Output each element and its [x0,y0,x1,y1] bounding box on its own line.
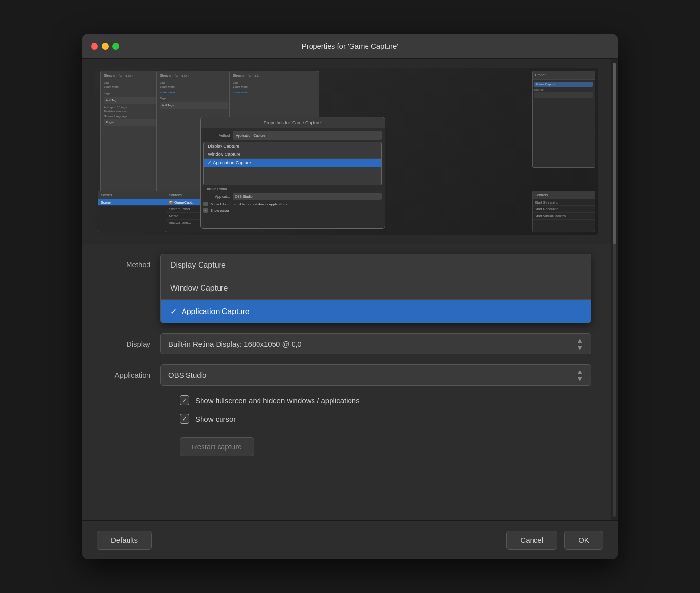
title-bar: Properties for 'Game Capture' [82,34,618,59]
preview-content: Stream Information you.Learn More Tags A… [95,68,598,235]
dialog-window: Properties for 'Game Capture' Stream Inf… [82,34,618,559]
restart-capture-button[interactable]: Restart capture [180,437,254,456]
scrollbar-track [613,63,616,517]
title-bar-buttons [91,43,119,50]
application-label: Application [102,371,160,379]
checkbox-cursor-check-icon: ✓ [182,416,187,422]
method-row-container: Method Display Capture Window Capture ✓ … [82,244,611,323]
show-cursor-row: ✓ Show cursor [102,414,591,424]
window-title: Properties for 'Game Capture' [302,42,398,50]
checkmark-icon: ✓ [170,307,177,316]
dropdown-item-window-capture[interactable]: Window Capture [161,277,591,300]
bottom-bar: Defaults Cancel OK [82,520,618,559]
mock-controls-panel: Controls Start Streaming Start Recording… [532,191,595,232]
main-content: Stream Information you.Learn More Tags A… [82,59,611,520]
mock-dropdown-overlay: Display Capture Window Capture ✓ Applica… [203,142,382,185]
display-value: Built-in Retina Display: 1680x1050 @ 0,0 [168,340,302,348]
mock-window-right: Proper... Game Capture Source... [532,71,595,168]
mock-control-1: Start Streaming [533,199,595,206]
mock-dd-item-1: Display Capture [204,142,381,150]
content-area: Stream Information you.Learn More Tags A… [82,59,618,520]
preview-area: Stream Information you.Learn More Tags A… [82,59,611,244]
maximize-button[interactable] [112,43,119,50]
show-cursor-checkbox[interactable]: ✓ [180,414,189,424]
preview-bg: Stream Information you.Learn More Tags A… [82,59,611,244]
method-label: Method [102,254,160,269]
minimize-button[interactable] [102,43,109,50]
application-row: Application OBS Studio ▲ ▼ [102,364,591,386]
application-arrows: ▲ ▼ [576,368,583,382]
action-buttons: Cancel OK [506,531,603,550]
mock-control-3: Start Virtual Camera [533,213,595,220]
close-button[interactable] [91,43,98,50]
checkbox-check-icon: ✓ [182,397,187,404]
mock-dialog: Properties for 'Game Capture' Method App… [200,117,385,229]
show-fullscreen-row: ✓ Show fullscreen and hidden windows / a… [102,395,591,405]
mock-dd-item-2: Window Capture [204,150,381,159]
cancel-button[interactable]: Cancel [506,531,557,550]
ok-button[interactable]: OK [564,531,603,550]
method-dropdown-menu[interactable]: Display Capture Window Capture ✓ Applica… [160,254,591,323]
application-select[interactable]: OBS Studio ▲ ▼ [160,364,591,386]
display-select[interactable]: Built-in Retina Display: 1680x1050 @ 0,0… [160,333,591,354]
application-value: OBS Studio [168,371,206,379]
defaults-button[interactable]: Defaults [97,531,152,550]
dropdown-item-display-capture[interactable]: Display Capture [161,254,591,277]
mock-control-2: Start Recording [533,206,595,213]
dropdown-item-application-capture[interactable]: ✓ Application Capture [161,300,591,323]
mock-controls-header: Controls [533,191,595,199]
display-arrows: ▲ ▼ [576,337,583,351]
form-section: Display Built-in Retina Display: 1680x10… [82,333,611,456]
form-area: Method Display Capture Window Capture ✓ … [82,244,611,520]
mock-scenes-panel: Scenes Scene [98,191,166,232]
show-cursor-label: Show cursor [195,415,236,423]
scrollbar-thumb[interactable] [613,63,616,244]
mock-scene-item-1: Scene [98,199,166,206]
show-fullscreen-label: Show fullscreen and hidden windows / app… [195,396,360,405]
stream-windows: Stream Information you.Learn More Tags A… [95,68,598,235]
scrollbar[interactable] [611,59,618,520]
mock-dd-item-3: ✓ Application Capture [204,159,381,167]
display-label: Display [102,340,160,348]
display-row: Display Built-in Retina Display: 1680x10… [102,333,591,354]
mock-scenes-header: Scenes [98,191,166,199]
mock-dialog-title: Properties for 'Game Capture' [201,117,385,128]
show-fullscreen-checkbox[interactable]: ✓ [180,395,189,405]
